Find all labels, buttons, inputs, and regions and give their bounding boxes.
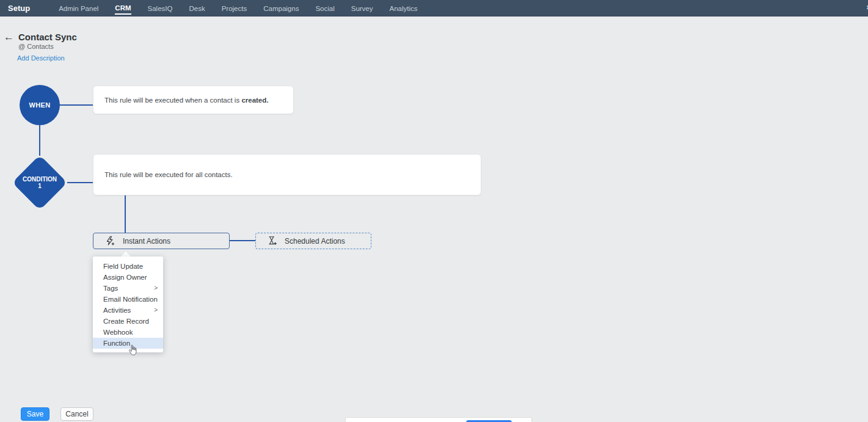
nav-item-social[interactable]: Social (315, 2, 334, 14)
setup-brand-label: Setup (8, 4, 30, 13)
connector-when-to-box (59, 104, 93, 106)
connector-instant-to-scheduled (230, 240, 255, 241)
menu-item-create-record[interactable]: Create Record (93, 316, 163, 327)
menu-item-label: Field Update (103, 261, 143, 272)
connector-when-to-condition (39, 125, 40, 156)
menu-item-label: Create Record (103, 316, 149, 327)
hand-pointer-cursor-icon (126, 344, 139, 360)
when-rule-text-bold: created. (241, 96, 268, 104)
submenu-chevron-icon: > (154, 305, 158, 316)
nav-item-campaigns[interactable]: Campaigns (263, 2, 299, 14)
lightning-plus-icon (105, 236, 115, 246)
when-node-label: WHEN (29, 101, 51, 109)
menu-item-email-notification[interactable]: Email Notification (93, 294, 163, 305)
menu-item-tags[interactable]: Tags > (93, 283, 163, 294)
instant-actions-dropdown: Field Update Assign Owner Tags > Email N… (93, 256, 163, 352)
cancel-button[interactable]: Cancel (60, 407, 93, 421)
connector-condition-to-instant (125, 195, 126, 233)
nav-item-survey[interactable]: Survey (351, 2, 373, 14)
menu-item-webhook[interactable]: Webhook (93, 327, 163, 338)
module-label: @ Contacts (18, 43, 54, 50)
condition-rule-box[interactable]: This rule will be executed for all conta… (93, 154, 481, 195)
save-button[interactable]: Save (21, 407, 49, 421)
condition-rule-text: This rule will be executed for all conta… (104, 171, 233, 178)
menu-item-assign-owner[interactable]: Assign Owner (93, 272, 163, 283)
when-rule-text: This rule will be executed when a contac… (104, 96, 268, 104)
scheduled-actions-button[interactable]: Scheduled Actions (255, 233, 371, 249)
condition-label-line1: CONDITION (9, 176, 70, 183)
nav-item-desk[interactable]: Desk (189, 2, 205, 14)
add-description-link[interactable]: Add Description (17, 54, 65, 62)
condition-node-label: CONDITION 1 (9, 176, 70, 189)
menu-item-field-update[interactable]: Field Update (93, 261, 163, 272)
page-title: Contact Sync (18, 32, 77, 42)
nav-item-salesiq[interactable]: SalesIQ (148, 2, 173, 14)
nav-item-analytics[interactable]: Analytics (390, 2, 418, 14)
nav-items: Admin Panel CRM SalesIQ Desk Projects Ca… (59, 1, 417, 15)
hourglass-plus-icon (267, 236, 277, 246)
menu-item-label: Tags (103, 283, 118, 294)
nav-item-crm[interactable]: CRM (115, 1, 131, 15)
menu-item-label: Email Notification (103, 294, 158, 305)
when-node[interactable]: WHEN (20, 85, 60, 125)
instant-actions-label: Instant Actions (123, 237, 170, 246)
menu-item-label: Webhook (103, 327, 133, 338)
when-rule-text-prefix: This rule will be executed when a contac… (104, 96, 241, 104)
submenu-chevron-icon: > (154, 283, 158, 294)
when-rule-box[interactable]: This rule will be executed when a contac… (93, 85, 294, 114)
nav-item-admin-panel[interactable]: Admin Panel (59, 2, 98, 14)
menu-item-label: Activities (103, 305, 131, 316)
scheduled-actions-label: Scheduled Actions (285, 237, 345, 246)
menu-item-label: Assign Owner (103, 272, 147, 283)
top-navigation-bar: Setup Admin Panel CRM SalesIQ Desk Proje… (0, 0, 868, 16)
connector-condition-to-box (67, 182, 93, 183)
instant-actions-button[interactable]: Instant Actions (93, 233, 230, 249)
menu-item-activities[interactable]: Activities > (93, 305, 163, 316)
back-arrow-icon[interactable]: ← (4, 31, 14, 43)
partial-bottom-dialog (345, 417, 532, 422)
condition-label-line2: 1 (9, 183, 70, 189)
nav-item-projects[interactable]: Projects (222, 2, 247, 14)
